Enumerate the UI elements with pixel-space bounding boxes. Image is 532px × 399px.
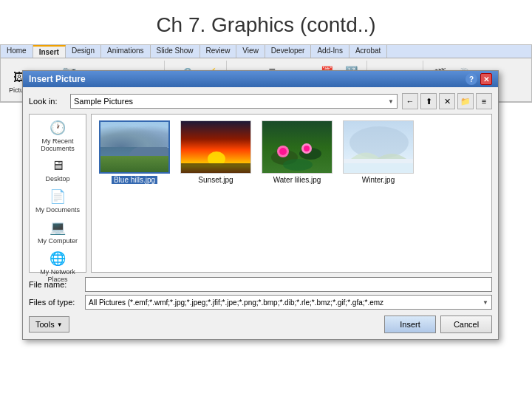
svg-rect-3 <box>100 156 168 174</box>
sunset-label: Sunset.jpg <box>198 176 233 184</box>
page-title: Ch 7. Graphics (contd..) <box>0 0 532 44</box>
dialog-title: Insert Picture <box>29 74 86 84</box>
desktop-icon: 🖥 <box>51 158 64 174</box>
dialog-titlebar: Insert Picture ? ✕ <box>23 71 498 87</box>
my-computer-icon: 💻 <box>50 219 66 236</box>
filetype-label: Files of type: <box>29 298 81 307</box>
insert-button[interactable]: Insert <box>384 316 436 333</box>
nav-desktop[interactable]: 🖥 Desktop <box>31 156 84 185</box>
sunset-thumbnail <box>180 120 251 174</box>
filetype-row: Files of type: All Pictures (*.emf;*.wmf… <box>29 295 492 310</box>
tools-button[interactable]: Tools ▼ <box>29 316 69 332</box>
my-network-icon: 🌐 <box>50 250 66 267</box>
svg-point-16 <box>349 126 409 159</box>
cancel-button[interactable]: Cancel <box>440 316 492 333</box>
dialog-sidebar: 🕐 My Recent Documents 🖥 Desktop 📄 My Doc… <box>29 114 86 273</box>
tab-review[interactable]: Review <box>200 45 237 58</box>
ribbon-tabs: Home Insert Design Animations Slide Show… <box>1 45 531 58</box>
tab-home[interactable]: Home <box>1 45 33 58</box>
water-lilies-thumbnail <box>262 120 332 174</box>
dialog-body: Look in: Sample Pictures ▼ ← ⬆ ✕ 📁 ≡ 🕐 M… <box>23 87 498 339</box>
dialog-help-button[interactable]: ? <box>466 73 477 85</box>
svg-point-13 <box>304 146 310 151</box>
file-blue-hills[interactable]: Blue hills.jpg <box>98 120 171 184</box>
winter-label: Winter.jpg <box>362 176 395 184</box>
filename-input[interactable] <box>85 277 492 292</box>
tab-design[interactable]: Design <box>66 45 101 58</box>
tab-view[interactable]: View <box>236 45 265 58</box>
tab-developer[interactable]: Developer <box>265 45 312 58</box>
nav-recent-docs[interactable]: 🕐 My Recent Documents <box>31 117 84 154</box>
tab-slideshow[interactable]: Slide Show <box>151 45 200 58</box>
filename-label: File name: <box>29 280 81 289</box>
action-buttons: Insert Cancel <box>384 316 492 333</box>
view-menu-button[interactable]: ≡ <box>476 93 492 109</box>
dialog-bottom: File name: Files of type: All Pictures (… <box>29 277 492 333</box>
svg-rect-18 <box>344 163 413 174</box>
tools-arrow-icon: ▼ <box>57 321 63 328</box>
blue-hills-image <box>100 120 168 174</box>
svg-rect-6 <box>181 163 250 174</box>
look-in-arrow: ▼ <box>388 98 394 105</box>
look-in-label: Look in: <box>29 97 66 106</box>
filetype-arrow: ▼ <box>482 299 488 306</box>
winter-thumbnail <box>343 120 414 174</box>
recent-docs-icon: 🕐 <box>50 120 66 136</box>
tab-acrobat[interactable]: Acrobat <box>349 45 387 58</box>
file-sunset[interactable]: Sunset.jpg <box>179 120 253 184</box>
delete-button[interactable]: ✕ <box>439 93 455 109</box>
filetype-value: All Pictures (*.emf;*.wmf;*.jpg;*.jpeg;*… <box>89 299 383 307</box>
look-in-row: Look in: Sample Pictures ▼ ← ⬆ ✕ 📁 ≡ <box>29 93 492 109</box>
filename-row: File name: <box>29 277 492 292</box>
file-water-lilies[interactable]: Water lilies.jpg <box>260 120 334 184</box>
dialog-main-area: 🕐 My Recent Documents 🖥 Desktop 📄 My Doc… <box>29 114 492 273</box>
blue-hills-label: Blue hills.jpg <box>112 176 157 184</box>
insert-picture-dialog: Insert Picture ? ✕ Look in: Sample Pictu… <box>22 70 499 340</box>
up-button[interactable]: ⬆ <box>420 93 437 109</box>
tab-insert[interactable]: Insert <box>33 45 66 58</box>
back-button[interactable]: ← <box>402 93 418 109</box>
nav-my-documents[interactable]: 📄 My Documents <box>31 186 84 216</box>
svg-point-11 <box>279 148 287 155</box>
blue-hills-thumbnail <box>99 120 170 174</box>
nav-my-computer[interactable]: 💻 My Computer <box>31 217 84 247</box>
filetype-combo[interactable]: All Pictures (*.emf;*.wmf;*.jpg;*.jpeg;*… <box>85 295 492 310</box>
look-in-combo[interactable]: Sample Pictures ▼ <box>70 94 398 109</box>
new-folder-button[interactable]: 📁 <box>457 93 474 109</box>
dialog-close-button[interactable]: ✕ <box>480 73 492 85</box>
tab-animations[interactable]: Animations <box>101 45 150 58</box>
dialog-file-area: Blue hills.jpg <box>91 114 492 273</box>
dialog-actions: Tools ▼ Insert Cancel <box>29 313 492 333</box>
tools-label: Tools <box>35 320 55 329</box>
my-documents-icon: 📄 <box>50 188 66 205</box>
svg-point-14 <box>283 159 313 171</box>
dialog-toolbar-icons: ← ⬆ ✕ 📁 ≡ <box>402 93 492 109</box>
look-in-value: Sample Pictures <box>74 97 133 106</box>
file-winter[interactable]: Winter.jpg <box>341 120 415 184</box>
water-lilies-label: Water lilies.jpg <box>273 176 321 184</box>
tab-addins[interactable]: Add-Ins <box>311 45 349 58</box>
